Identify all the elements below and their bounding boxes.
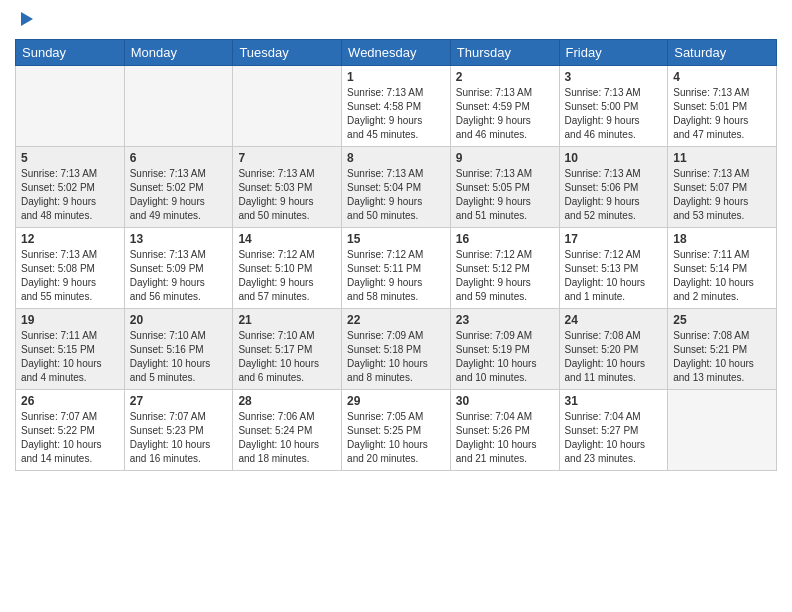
day-number: 29 [347,394,445,408]
day-number: 7 [238,151,336,165]
day-info: Sunrise: 7:13 AM Sunset: 5:02 PM Dayligh… [21,167,119,223]
weekday-header-row: SundayMondayTuesdayWednesdayThursdayFrid… [16,40,777,66]
day-info: Sunrise: 7:11 AM Sunset: 5:14 PM Dayligh… [673,248,771,304]
day-number: 10 [565,151,663,165]
calendar-cell: 12Sunrise: 7:13 AM Sunset: 5:08 PM Dayli… [16,228,125,309]
day-number: 13 [130,232,228,246]
calendar-week-row: 12Sunrise: 7:13 AM Sunset: 5:08 PM Dayli… [16,228,777,309]
calendar-cell: 7Sunrise: 7:13 AM Sunset: 5:03 PM Daylig… [233,147,342,228]
calendar-cell: 21Sunrise: 7:10 AM Sunset: 5:17 PM Dayli… [233,309,342,390]
day-info: Sunrise: 7:04 AM Sunset: 5:27 PM Dayligh… [565,410,663,466]
weekday-header-sunday: Sunday [16,40,125,66]
calendar-cell: 1Sunrise: 7:13 AM Sunset: 4:58 PM Daylig… [342,66,451,147]
day-number: 3 [565,70,663,84]
day-number: 9 [456,151,554,165]
calendar-cell: 10Sunrise: 7:13 AM Sunset: 5:06 PM Dayli… [559,147,668,228]
day-info: Sunrise: 7:09 AM Sunset: 5:19 PM Dayligh… [456,329,554,385]
calendar-cell: 19Sunrise: 7:11 AM Sunset: 5:15 PM Dayli… [16,309,125,390]
day-number: 30 [456,394,554,408]
calendar-cell [233,66,342,147]
day-number: 20 [130,313,228,327]
day-info: Sunrise: 7:13 AM Sunset: 5:00 PM Dayligh… [565,86,663,142]
day-info: Sunrise: 7:09 AM Sunset: 5:18 PM Dayligh… [347,329,445,385]
weekday-header-tuesday: Tuesday [233,40,342,66]
day-info: Sunrise: 7:13 AM Sunset: 5:06 PM Dayligh… [565,167,663,223]
day-info: Sunrise: 7:13 AM Sunset: 5:03 PM Dayligh… [238,167,336,223]
calendar-page: SundayMondayTuesdayWednesdayThursdayFrid… [0,0,792,612]
day-info: Sunrise: 7:04 AM Sunset: 5:26 PM Dayligh… [456,410,554,466]
calendar-week-row: 26Sunrise: 7:07 AM Sunset: 5:22 PM Dayli… [16,390,777,471]
day-number: 31 [565,394,663,408]
day-info: Sunrise: 7:12 AM Sunset: 5:11 PM Dayligh… [347,248,445,304]
day-number: 18 [673,232,771,246]
calendar-cell: 22Sunrise: 7:09 AM Sunset: 5:18 PM Dayli… [342,309,451,390]
calendar-cell: 26Sunrise: 7:07 AM Sunset: 5:22 PM Dayli… [16,390,125,471]
day-info: Sunrise: 7:13 AM Sunset: 4:58 PM Dayligh… [347,86,445,142]
day-number: 8 [347,151,445,165]
day-info: Sunrise: 7:13 AM Sunset: 5:07 PM Dayligh… [673,167,771,223]
weekday-header-monday: Monday [124,40,233,66]
calendar-cell [16,66,125,147]
day-number: 24 [565,313,663,327]
day-info: Sunrise: 7:05 AM Sunset: 5:25 PM Dayligh… [347,410,445,466]
day-info: Sunrise: 7:12 AM Sunset: 5:12 PM Dayligh… [456,248,554,304]
calendar-cell: 14Sunrise: 7:12 AM Sunset: 5:10 PM Dayli… [233,228,342,309]
calendar-cell: 25Sunrise: 7:08 AM Sunset: 5:21 PM Dayli… [668,309,777,390]
calendar-cell [668,390,777,471]
calendar-cell: 23Sunrise: 7:09 AM Sunset: 5:19 PM Dayli… [450,309,559,390]
calendar-cell: 15Sunrise: 7:12 AM Sunset: 5:11 PM Dayli… [342,228,451,309]
day-number: 4 [673,70,771,84]
day-number: 21 [238,313,336,327]
day-info: Sunrise: 7:13 AM Sunset: 5:08 PM Dayligh… [21,248,119,304]
day-info: Sunrise: 7:07 AM Sunset: 5:23 PM Dayligh… [130,410,228,466]
weekday-header-friday: Friday [559,40,668,66]
day-number: 27 [130,394,228,408]
calendar-cell: 24Sunrise: 7:08 AM Sunset: 5:20 PM Dayli… [559,309,668,390]
header [15,10,777,33]
day-info: Sunrise: 7:13 AM Sunset: 5:04 PM Dayligh… [347,167,445,223]
day-number: 12 [21,232,119,246]
day-number: 15 [347,232,445,246]
day-number: 1 [347,70,445,84]
calendar-cell: 20Sunrise: 7:10 AM Sunset: 5:16 PM Dayli… [124,309,233,390]
calendar-week-row: 1Sunrise: 7:13 AM Sunset: 4:58 PM Daylig… [16,66,777,147]
day-info: Sunrise: 7:13 AM Sunset: 5:01 PM Dayligh… [673,86,771,142]
day-number: 25 [673,313,771,327]
day-info: Sunrise: 7:13 AM Sunset: 5:09 PM Dayligh… [130,248,228,304]
weekday-header-wednesday: Wednesday [342,40,451,66]
calendar-cell: 18Sunrise: 7:11 AM Sunset: 5:14 PM Dayli… [668,228,777,309]
calendar-cell: 4Sunrise: 7:13 AM Sunset: 5:01 PM Daylig… [668,66,777,147]
calendar-cell: 8Sunrise: 7:13 AM Sunset: 5:04 PM Daylig… [342,147,451,228]
day-number: 19 [21,313,119,327]
day-info: Sunrise: 7:13 AM Sunset: 5:05 PM Dayligh… [456,167,554,223]
weekday-header-thursday: Thursday [450,40,559,66]
calendar-cell: 6Sunrise: 7:13 AM Sunset: 5:02 PM Daylig… [124,147,233,228]
calendar-cell: 16Sunrise: 7:12 AM Sunset: 5:12 PM Dayli… [450,228,559,309]
calendar-cell: 28Sunrise: 7:06 AM Sunset: 5:24 PM Dayli… [233,390,342,471]
logo-general [15,10,35,33]
calendar-cell: 3Sunrise: 7:13 AM Sunset: 5:00 PM Daylig… [559,66,668,147]
calendar-week-row: 19Sunrise: 7:11 AM Sunset: 5:15 PM Dayli… [16,309,777,390]
calendar-cell: 17Sunrise: 7:12 AM Sunset: 5:13 PM Dayli… [559,228,668,309]
day-number: 11 [673,151,771,165]
day-info: Sunrise: 7:13 AM Sunset: 4:59 PM Dayligh… [456,86,554,142]
calendar-cell: 30Sunrise: 7:04 AM Sunset: 5:26 PM Dayli… [450,390,559,471]
day-number: 23 [456,313,554,327]
calendar-cell: 11Sunrise: 7:13 AM Sunset: 5:07 PM Dayli… [668,147,777,228]
day-info: Sunrise: 7:08 AM Sunset: 5:20 PM Dayligh… [565,329,663,385]
day-info: Sunrise: 7:06 AM Sunset: 5:24 PM Dayligh… [238,410,336,466]
calendar-week-row: 5Sunrise: 7:13 AM Sunset: 5:02 PM Daylig… [16,147,777,228]
calendar-cell: 29Sunrise: 7:05 AM Sunset: 5:25 PM Dayli… [342,390,451,471]
calendar-cell [124,66,233,147]
day-info: Sunrise: 7:07 AM Sunset: 5:22 PM Dayligh… [21,410,119,466]
calendar-cell: 5Sunrise: 7:13 AM Sunset: 5:02 PM Daylig… [16,147,125,228]
day-number: 22 [347,313,445,327]
day-number: 5 [21,151,119,165]
day-info: Sunrise: 7:12 AM Sunset: 5:10 PM Dayligh… [238,248,336,304]
day-number: 26 [21,394,119,408]
day-number: 17 [565,232,663,246]
day-number: 28 [238,394,336,408]
day-number: 16 [456,232,554,246]
day-info: Sunrise: 7:08 AM Sunset: 5:21 PM Dayligh… [673,329,771,385]
day-info: Sunrise: 7:11 AM Sunset: 5:15 PM Dayligh… [21,329,119,385]
